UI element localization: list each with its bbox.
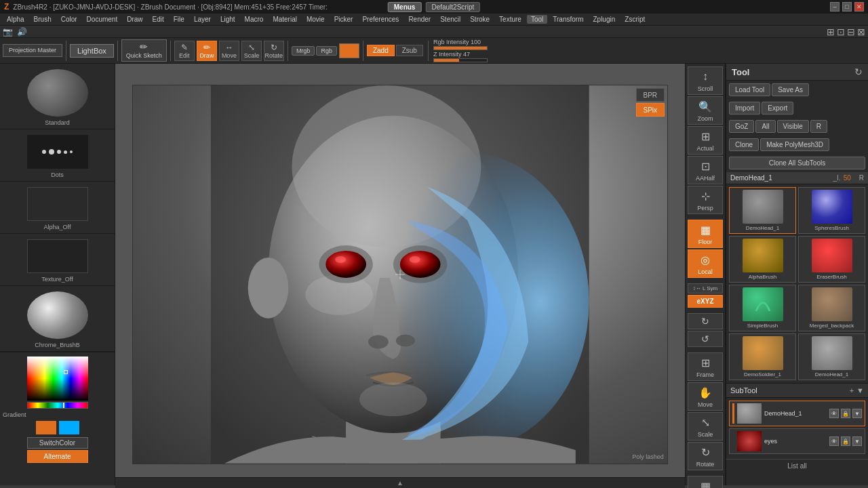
demo-head-row[interactable]: DemoHead_1 _I. 50 R: [726, 172, 868, 184]
xyz-button[interactable]: eXYZ: [688, 295, 723, 308]
subtool-simple[interactable]: SimpleBrush: [729, 285, 796, 331]
zsub-button[interactable]: Zsub: [396, 45, 423, 56]
menu-zscript[interactable]: Zscript: [620, 15, 649, 24]
clone-button[interactable]: Clone: [729, 138, 759, 151]
eye-icon[interactable]: 👁: [829, 409, 839, 418]
persp-button[interactable]: ⊹ Persp: [688, 186, 723, 214]
canvas-inner[interactable]: Poly lashed BPR SPix: [132, 85, 668, 464]
menu-layer[interactable]: Layer: [190, 15, 215, 24]
quick-sketch-button[interactable]: ✏ Quick Sketch: [121, 39, 167, 62]
menu-tool[interactable]: Tool: [527, 15, 547, 24]
polyf-button[interactable]: ▦ PolyF: [688, 476, 723, 488]
draw-button[interactable]: ✏ Draw: [197, 41, 217, 61]
down-arrow-icon2[interactable]: ▼: [852, 436, 862, 446]
menu-material[interactable]: Material: [269, 15, 301, 24]
save-as-button[interactable]: Save As: [772, 83, 809, 96]
subtool-down-icon[interactable]: ▼: [856, 386, 864, 394]
brush-dots-preview[interactable]: Dots: [0, 129, 115, 182]
icon4[interactable]: ⊠: [857, 26, 865, 37]
subtool-demo-soldier[interactable]: DemoSoldier_1: [729, 333, 796, 380]
menu-stroke[interactable]: Stroke: [466, 15, 494, 24]
projection-master-button[interactable]: Projection Master: [3, 44, 62, 58]
refresh-button[interactable]: ↻: [854, 66, 863, 77]
menu-texture[interactable]: Texture: [495, 15, 526, 24]
scale-button[interactable]: ⤡ Scale: [241, 41, 262, 61]
scale-rt-button[interactable]: ⤡ Scale: [688, 412, 723, 441]
color-picker[interactable]: [27, 357, 88, 401]
zoom-button[interactable]: 🔍 Zoom: [688, 96, 723, 125]
import-button[interactable]: Import: [729, 102, 760, 115]
z-intensity-bar[interactable]: [433, 58, 488, 62]
icon3[interactable]: ⊟: [847, 26, 855, 37]
load-tool-button[interactable]: Load Tool: [729, 83, 770, 96]
color-swatch-toolbar[interactable]: [339, 43, 359, 58]
texture-off-preview[interactable]: Texture_Off: [0, 234, 115, 286]
subtool-demohead2[interactable]: DemoHead_1: [798, 333, 865, 380]
rotate-button[interactable]: ↻ Rotate: [264, 41, 284, 61]
visible-button[interactable]: Visible: [777, 120, 809, 133]
subtool-demohead1[interactable]: DemoHead_1: [729, 187, 796, 234]
sym-button[interactable]: ↕↔ L Sym: [688, 283, 723, 293]
camera-icon[interactable]: 📷: [3, 27, 13, 37]
scroll-button[interactable]: ↕ Scroll: [688, 66, 723, 95]
subtool-plus-icon[interactable]: +: [850, 386, 854, 394]
menus-button[interactable]: Menus: [388, 2, 422, 12]
menu-document[interactable]: Document: [83, 15, 122, 24]
menu-draw[interactable]: Draw: [123, 15, 146, 24]
down-arrow-icon[interactable]: ▼: [852, 409, 862, 418]
alternate-button[interactable]: Alternate: [27, 450, 88, 463]
list-all-button[interactable]: List all: [726, 459, 868, 472]
menu-render[interactable]: Render: [404, 15, 435, 24]
spix-button[interactable]: SPix: [636, 103, 665, 117]
zadd-button[interactable]: Zadd: [367, 45, 395, 56]
primary-color-swatch[interactable]: [36, 421, 56, 434]
rot-down-button[interactable]: ↺: [688, 331, 723, 347]
subtool-eraser[interactable]: EraserBrush: [798, 236, 865, 283]
lock-icon2[interactable]: 🔒: [841, 436, 850, 446]
audio-icon[interactable]: 🔊: [17, 27, 27, 37]
menu-transform[interactable]: Transform: [549, 15, 587, 24]
make-polymesh-button[interactable]: Make PolyMesh3D: [760, 138, 829, 151]
subtool-list-demohead[interactable]: DemoHead_1 👁 🔒 ▼: [729, 401, 865, 426]
menu-macro[interactable]: Macro: [241, 15, 268, 24]
export-button[interactable]: Export: [762, 102, 793, 115]
lock-icon[interactable]: 🔒: [841, 409, 850, 418]
alpha-off-preview[interactable]: Alpha_Off: [0, 182, 115, 234]
maximize-button[interactable]: □: [842, 2, 852, 12]
floor-button[interactable]: ▦ Floor: [688, 220, 723, 248]
all-button[interactable]: All: [755, 120, 775, 133]
rgb-intensity-bar[interactable]: [433, 46, 488, 50]
icon2[interactable]: ⊡: [837, 26, 845, 37]
rot-up-button[interactable]: ↻: [688, 313, 723, 329]
close-button[interactable]: ✕: [854, 2, 864, 12]
minimize-button[interactable]: –: [830, 2, 840, 12]
r-button[interactable]: R: [810, 120, 827, 133]
move-button[interactable]: ↔ Move: [219, 41, 239, 61]
menu-picker[interactable]: Picker: [330, 15, 357, 24]
secondary-color-swatch[interactable]: [59, 421, 79, 434]
menu-movie[interactable]: Movie: [302, 15, 329, 24]
subtool-merged[interactable]: Merged_backpack: [798, 285, 865, 331]
eye-icon2[interactable]: 👁: [829, 436, 839, 446]
menu-edit[interactable]: Edit: [149, 15, 168, 24]
menu-stencil[interactable]: Stencil: [436, 15, 465, 24]
menu-alpha[interactable]: Alpha: [3, 15, 28, 24]
edit-button[interactable]: ✎ Edit: [174, 41, 195, 61]
default-script-button[interactable]: Default2Script: [425, 2, 480, 12]
rgb-button[interactable]: Rgb: [316, 46, 337, 56]
subtool-list-eyes[interactable]: eyes 👁 🔒 ▼: [729, 428, 865, 454]
canvas-area[interactable]: Poly lashed BPR SPix: [115, 64, 685, 485]
menu-zplugin[interactable]: Zplugin: [589, 15, 619, 24]
rotate-rt-button[interactable]: ↻ Rotate: [688, 442, 723, 470]
frame-button[interactable]: ⊞ Frame: [688, 352, 723, 381]
move-rt-button[interactable]: ✋ Move: [688, 382, 723, 411]
menu-brush[interactable]: Brush: [30, 15, 56, 24]
aahalf-button[interactable]: ⊡ AAHalf: [688, 156, 723, 184]
local-button[interactable]: ◎ Local: [688, 249, 723, 278]
actual-button[interactable]: ⊞ Actual: [688, 126, 723, 155]
hue-bar[interactable]: [27, 402, 88, 409]
goz-button[interactable]: GoZ: [729, 120, 754, 133]
chrome-brush-preview[interactable]: Chrome_BrushB: [0, 286, 115, 352]
mrgb-button[interactable]: Mrgb: [292, 46, 315, 56]
bpr-button[interactable]: BPR: [636, 88, 665, 102]
